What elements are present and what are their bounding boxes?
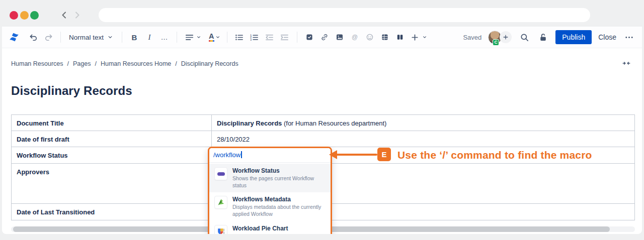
publish-button[interactable]: Publish [555,30,592,44]
breadcrumb-item-home[interactable]: Human Resources Home [101,60,171,67]
table-row-label: Date of Last Transitioned [12,204,212,220]
annotation-step-badge: E [377,148,391,161]
browser-back-icon[interactable] [59,10,69,20]
toolbar-separator [297,32,297,43]
text-style-select[interactable]: Normal text [67,32,116,43]
table-row-label: Date of first draft [12,131,212,147]
breadcrumb-item-pages[interactable]: Pages [73,60,91,67]
toolbar-separator [60,32,61,43]
macro-item-description: Displays the matching issues for a proje… [232,233,326,234]
collaborators: C [488,31,512,44]
collapse-width-icon[interactable] [622,59,631,68]
image-icon[interactable] [334,31,346,43]
task-list-icon[interactable] [303,31,315,43]
more-formatting-icon[interactable]: … [158,31,171,43]
align-left-icon [183,31,195,43]
table-row-value[interactable]: 28/10/2022 [212,131,634,147]
chevron-down-icon [107,34,114,41]
slash-command-input[interactable]: /workflow [209,148,331,162]
window-zoom-icon[interactable] [30,11,39,20]
toolbar-separator [122,32,122,43]
macro-menu-item-workload-pie-chart[interactable]: Workload Pie Chart Displays the matching… [209,221,331,234]
bullet-list-icon[interactable] [233,31,246,43]
workflow-status-macro-icon [214,167,227,180]
chevron-down-icon [196,34,202,40]
page-title: Disciplinary Records [2,67,642,98]
bold-button[interactable]: B [128,31,140,43]
layouts-icon[interactable] [394,31,406,43]
search-icon[interactable] [518,31,530,43]
macro-suggestion-panel: /workflow Workflow Status Shows the page… [208,147,332,234]
insert-select[interactable] [409,31,428,43]
confluence-editor-window: Normal text B I … A [2,27,642,234]
table-row-label: Approvers [12,164,212,203]
chevron-down-icon [215,34,221,40]
chevron-down-icon [422,34,428,40]
breadcrumb-item-current[interactable]: Disciplinary Records [181,60,238,67]
more-actions-icon[interactable] [623,31,635,43]
workflows-metadata-macro-icon [214,196,227,209]
outdent-icon[interactable] [264,31,276,43]
table-row-value[interactable]: Disciplinary Records (for Human Resource… [212,115,634,131]
macro-menu: Workflow Status Shows the pages current … [209,162,331,234]
browser-forward-icon[interactable] [72,10,82,20]
avatar-app-badge: C [493,39,499,46]
macro-item-description: Shows the pages current Workflow status [232,175,326,189]
table-icon[interactable] [379,31,391,43]
window-close-icon[interactable] [10,11,18,20]
table-row-label: Workflow Status [12,147,212,163]
redo-icon[interactable] [42,31,54,43]
emoji-icon[interactable] [364,31,376,43]
undo-icon[interactable] [27,31,39,43]
text-cursor [241,151,242,158]
browser-chrome [0,0,644,27]
macro-item-title: Workload Pie Chart [232,225,326,232]
toolbar-separator [177,32,177,43]
breadcrumb-separator: / [175,60,177,67]
annotation-text: Use the ‘/’ command to find the macro [397,149,592,161]
url-bar[interactable] [99,8,590,22]
text-style-label: Normal text [69,34,104,41]
confluence-logo [8,31,21,43]
text-color-select[interactable]: A [209,33,220,42]
text-color-icon: A [209,33,214,42]
value-bold-part: Disciplinary Records [217,119,282,127]
macro-item-title: Workflow Status [232,167,326,174]
breadcrumb-separator: / [67,60,69,67]
annotation-arrow-line [336,154,377,156]
table-row: Document Title Disciplinary Records (for… [12,115,634,131]
table-row-label: Document Title [12,115,212,131]
breadcrumb: Human Resources / Pages / Human Resource… [2,48,642,67]
italic-button[interactable]: I [143,31,155,43]
close-button[interactable]: Close [598,33,616,41]
macro-menu-item-workflow-status[interactable]: Workflow Status Shows the pages current … [209,164,331,192]
save-status: Saved [463,34,481,41]
breadcrumb-item-space[interactable]: Human Resources [11,60,63,67]
mention-icon[interactable] [349,31,361,43]
macro-item-title: Workflows Metadata [232,196,326,203]
value-rest-part: (for Human Resources department) [282,119,386,127]
table-row: Date of first draft 28/10/2022 [12,131,634,147]
unlock-icon[interactable] [537,31,549,43]
alignment-select[interactable] [183,31,202,43]
macro-item-description: Displays metadata about the currently ap… [232,204,326,217]
editor-toolbar: Normal text B I … A [2,27,642,48]
indent-icon[interactable] [279,31,291,43]
macro-menu-item-workflows-metadata[interactable]: Workflows Metadata Displays metadata abo… [209,192,331,221]
plus-icon [409,31,421,43]
window-minimize-icon[interactable] [20,11,29,20]
toolbar-separator [227,32,227,43]
numbered-list-icon[interactable] [249,31,261,43]
workload-pie-chart-macro-icon [214,225,227,234]
invite-button[interactable] [500,31,512,43]
breadcrumb-separator: / [95,60,96,67]
link-icon[interactable] [318,31,331,43]
slash-command-text: /workflow [213,151,240,159]
